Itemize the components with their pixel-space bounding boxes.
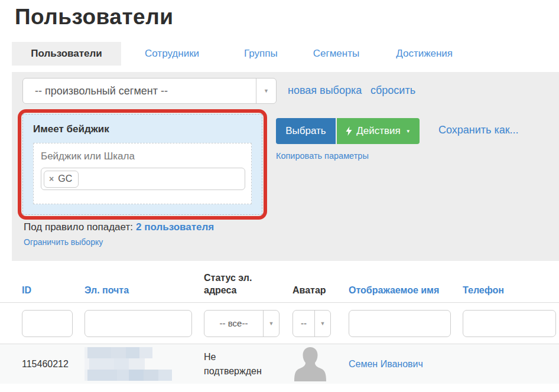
- avatar-filter-value: --: [293, 318, 314, 328]
- segment-select[interactable]: -- произвольный сегмент -- ▼: [22, 78, 277, 104]
- avatar-placeholder-icon: [292, 345, 328, 381]
- actions-dropdown-button[interactable]: Действия ▼: [337, 118, 420, 144]
- caret-down-icon: ▼: [406, 129, 411, 134]
- remove-tag-icon[interactable]: ×: [49, 175, 54, 183]
- email-status-cell: Не подтвержден: [204, 350, 269, 377]
- redacted-pixel-row: [84, 370, 172, 381]
- lightning-icon: [346, 126, 352, 136]
- email-status-filter-value: -- все--: [204, 318, 263, 328]
- copy-params-link[interactable]: Копировать параметры: [276, 151, 369, 161]
- segment-select-value: -- произвольный сегмент --: [23, 85, 256, 97]
- display-name-link[interactable]: Семен Иванович: [349, 359, 423, 369]
- select-button[interactable]: Выбрать: [276, 118, 336, 144]
- redacted-email: [84, 347, 172, 381]
- caret-down-icon: ▼: [264, 88, 269, 94]
- limit-selection-link[interactable]: Ограничить выборку: [24, 237, 103, 247]
- actions-button-label: Действия: [356, 125, 400, 137]
- tag-label: GC: [58, 174, 72, 184]
- id-filter-input[interactable]: [22, 310, 73, 337]
- rule-title: Имеет бейджик: [33, 123, 252, 135]
- column-header-phone[interactable]: Телефон: [463, 284, 559, 297]
- tab-bar: Пользователи Сотрудники Группы Сегменты …: [12, 42, 453, 66]
- email-filter-input[interactable]: [84, 310, 192, 337]
- phone-filter-input[interactable]: [463, 310, 556, 337]
- tab-employees[interactable]: Сотрудники: [145, 48, 199, 60]
- rule-field-group: Бейджик или Шкала × GC: [33, 143, 252, 204]
- redacted-pixel-row: [84, 347, 172, 358]
- users-admin-page: Пользователи Пользователи Сотрудники Гру…: [0, 0, 559, 392]
- page-title: Пользователи: [15, 5, 173, 30]
- table-row: 115460212 Не подтвержден Семен Иванович: [0, 344, 559, 384]
- avatar-select-caret[interactable]: ▼: [314, 311, 330, 337]
- column-header-avatar: Аватар: [292, 284, 349, 297]
- caret-down-icon: ▼: [269, 321, 274, 326]
- redacted-pixel-row: [84, 358, 172, 370]
- rule-match-summary: Под правило попадает:2 пользователя: [24, 221, 214, 233]
- display-name-filter-input[interactable]: [349, 310, 451, 337]
- tab-segments[interactable]: Сегменты: [313, 48, 359, 60]
- summary-text: Под правило попадает:: [24, 221, 133, 233]
- table-filter-row: -- все-- ▼ -- ▼: [0, 303, 559, 344]
- tab-groups[interactable]: Группы: [244, 48, 278, 60]
- table-header-row: ID Эл. почта Статус эл. адреса Аватар От…: [0, 261, 559, 303]
- matched-users-link[interactable]: 2 пользователя: [136, 221, 214, 233]
- save-as-link[interactable]: Сохранить как...: [438, 124, 519, 136]
- reset-link[interactable]: сбросить: [370, 84, 415, 97]
- tab-users[interactable]: Пользователи: [12, 42, 121, 66]
- segment-select-caret[interactable]: ▼: [256, 79, 276, 103]
- column-header-email[interactable]: Эл. почта: [84, 284, 204, 297]
- email-status-filter-select[interactable]: -- все-- ▼: [204, 310, 280, 337]
- avatar-filter-select[interactable]: -- ▼: [292, 310, 331, 337]
- rule-field-label: Бейджик или Шкала: [41, 151, 244, 162]
- new-selection-link[interactable]: новая выборка: [288, 84, 362, 97]
- tab-achievements[interactable]: Достижения: [396, 48, 453, 60]
- users-table: ID Эл. почта Статус эл. адреса Аватар От…: [0, 261, 559, 384]
- column-header-id[interactable]: ID: [12, 284, 84, 297]
- caret-down-icon: ▼: [320, 321, 326, 326]
- selected-badge-tag[interactable]: × GC: [44, 171, 79, 188]
- highlight-annotation-box: Имеет бейджик Бейджик или Шкала × GC: [18, 109, 267, 220]
- user-id-cell: 115460212: [12, 359, 84, 370]
- column-header-display-name[interactable]: Отображаемое имя: [349, 284, 463, 297]
- column-header-email-status: Статус эл. адреса: [204, 272, 263, 297]
- badge-tag-input[interactable]: × GC: [41, 168, 245, 190]
- rule-card[interactable]: Имеет бейджик Бейджик или Шкала × GC: [22, 114, 262, 215]
- status-select-caret[interactable]: ▼: [263, 311, 279, 337]
